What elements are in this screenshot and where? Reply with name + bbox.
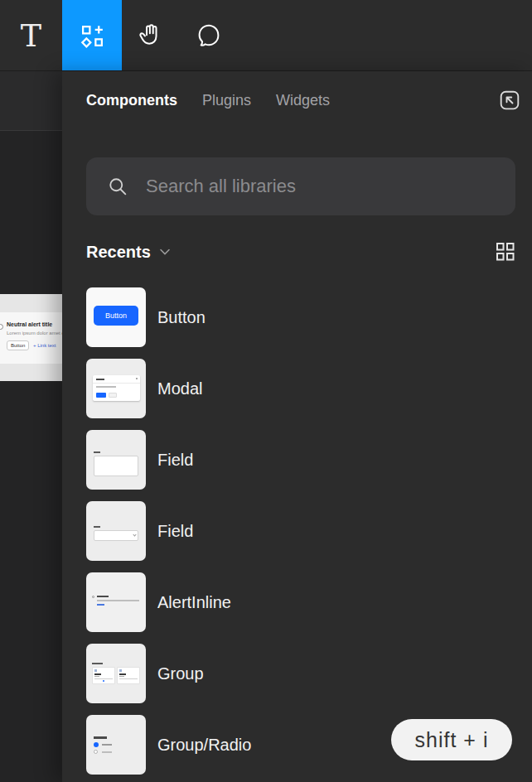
list-item-alertinline[interactable]: AlertInline	[86, 572, 515, 632]
alert-link: + Link text	[33, 343, 56, 348]
button-thumbnail: Button	[86, 287, 146, 347]
list-item-button[interactable]: Button Button	[86, 287, 515, 347]
alert-title: Neutral alert title	[7, 321, 52, 327]
search-bar	[86, 157, 515, 215]
item-label: Group/Radio	[157, 736, 251, 755]
alert-body: Lorem ipsum dolor amet consec	[7, 331, 62, 335]
mini-button: Button	[94, 306, 138, 326]
field-select-thumbnail	[86, 501, 146, 561]
open-in-new-window-button[interactable]	[496, 89, 523, 115]
field-thumbnail	[86, 430, 146, 490]
canvas: Neutral alert title Lorem ipsum dolor am…	[0, 71, 62, 782]
mini-modal	[93, 375, 140, 401]
search-icon	[106, 175, 129, 198]
tab-plugins[interactable]: Plugins	[202, 92, 251, 109]
recents-title: Recents	[86, 243, 151, 262]
alert-component-preview[interactable]: Neutral alert title Lorem ipsum dolor am…	[0, 294, 62, 381]
open-in-new-window-icon	[497, 88, 522, 116]
list-item-modal[interactable]: Modal	[86, 359, 515, 418]
app-window: T	[0, 0, 532, 782]
assets-panel: Components Plugins Widgets Recents	[62, 71, 532, 782]
recents-header: Recents	[86, 239, 515, 264]
item-label: Group	[157, 664, 204, 683]
comment-tool-button[interactable]	[180, 0, 238, 70]
components-list: Button Button Modal Field	[86, 287, 515, 775]
alert-card	[0, 312, 62, 364]
alertinline-thumbnail	[86, 572, 146, 632]
group-radio-thumbnail	[86, 715, 146, 775]
alert-button: Button	[7, 340, 29, 350]
item-label: Field	[157, 522, 193, 541]
list-item-group[interactable]: Group	[86, 644, 515, 703]
item-label: Field	[157, 451, 193, 470]
grid-view-icon[interactable]	[496, 242, 515, 262]
canvas-top-region	[0, 71, 62, 131]
shortcut-keys: shift + i	[415, 728, 489, 752]
modal-thumbnail	[86, 359, 146, 418]
item-label: Button	[157, 308, 206, 327]
text-tool-button[interactable]: T	[0, 0, 62, 70]
panel-tabs: Components Plugins Widgets	[86, 71, 330, 129]
tab-components[interactable]: Components	[86, 92, 177, 109]
shortcut-hint-badge: shift + i	[391, 719, 512, 760]
search-input[interactable]	[144, 175, 515, 198]
assets-tool-button[interactable]	[62, 0, 122, 70]
assets-shapes-icon	[77, 21, 107, 51]
hand-tool-button[interactable]	[122, 0, 180, 70]
hand-icon	[137, 22, 165, 50]
text-tool-icon: T	[21, 20, 41, 51]
tab-widgets[interactable]: Widgets	[276, 92, 330, 109]
item-label: Modal	[157, 379, 202, 398]
group-thumbnail	[86, 644, 146, 703]
toolbar: T	[0, 0, 532, 71]
item-label: AlertInline	[157, 593, 231, 612]
comment-bubble-icon	[195, 22, 223, 50]
list-item-field-select[interactable]: Field	[86, 501, 515, 561]
chevron-down-icon[interactable]	[159, 248, 171, 256]
list-item-field[interactable]: Field	[86, 430, 515, 490]
